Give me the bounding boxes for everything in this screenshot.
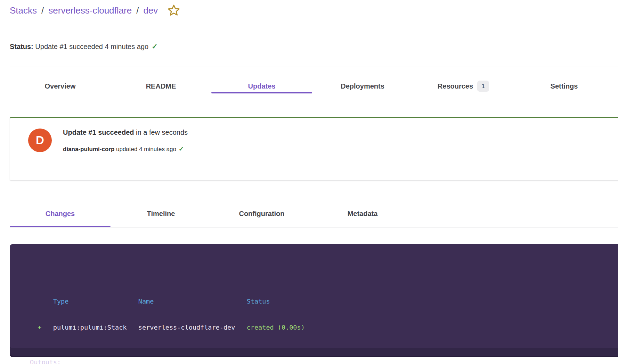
subtab-changes[interactable]: Changes [10,206,111,228]
star-icon [167,4,180,17]
tab-deployments[interactable]: Deployments [312,79,413,93]
update-title-duration: in a few seconds [134,129,188,136]
update-subtitle: diana-pulumi-corp updated 4 minutes ago✓ [63,145,184,153]
subtab-configuration[interactable]: Configuration [211,206,312,228]
breadcrumb-link-project[interactable]: serverless-cloudflare [48,3,132,17]
breadcrumb: Stacks / serverless-cloudflare / dev [10,3,180,17]
resource-status: created (0.00s) [247,324,305,331]
update-title-status: Update #1 succeeded [63,129,134,136]
tab-overview[interactable]: Overview [10,79,111,93]
tab-resources[interactable]: Resources 1 [413,79,514,93]
subtab-metadata[interactable]: Metadata [312,206,413,228]
breadcrumb-link-stack[interactable]: dev [143,3,158,17]
success-check-icon: ✓ [152,42,158,50]
update-title: Update #1 succeeded in a few seconds [63,129,188,136]
update-author: diana-pulumi-corp [63,146,114,152]
update-card[interactable]: D Update #1 succeeded in a few seconds d… [10,117,618,181]
diff-header-row: TypeNameStatus [30,297,611,306]
diff-col-status: Status [247,298,270,305]
divider [10,30,618,30]
tab-updates[interactable]: Updates [211,79,312,93]
tab-readme[interactable]: README [111,79,211,93]
resources-count-badge: 1 [477,81,489,92]
status-bar: Status: Update #1 succeeded 4 minutes ag… [10,42,158,51]
diff-col-name: Name [138,297,247,306]
status-text: Update #1 succeeded 4 minutes ago [33,43,148,50]
update-diff-terminal: TypeNameStatus +pulumi:pulumi:Stackserve… [10,244,618,357]
subtab-timeline[interactable]: Timeline [111,206,211,228]
subtab-bar-border [10,227,618,228]
pulumi-stack-page: { "breadcrumb": { "items": ["Stacks", "s… [0,0,618,364]
resource-type: pulumi:pulumi:Stack [53,323,138,332]
diff-col-type: Type [53,297,138,306]
tab-bar-border [10,93,618,93]
diff-op-created: + [30,323,53,332]
update-detail-tab-bar: Changes Timeline Configuration Metadata [10,206,413,228]
tab-settings[interactable]: Settings [514,79,615,93]
terminal-content: TypeNameStatus +pulumi:pulumi:Stackserve… [10,244,618,364]
main-tab-bar: Overview README Updates Deployments Reso… [10,79,615,93]
success-check-icon: ✓ [179,146,184,152]
favorite-star-button[interactable] [167,4,180,17]
breadcrumb-separator: / [136,3,139,17]
outputs-label: Outputs: [30,358,611,364]
divider [10,66,618,66]
breadcrumb-link-stacks[interactable]: Stacks [10,3,37,17]
resource-row: +pulumi:pulumi:Stackserverless-cloudflar… [30,323,611,332]
update-time: updated 4 minutes ago [114,146,176,152]
avatar: D [28,129,52,152]
resource-name: serverless-cloudflare-dev [138,323,247,332]
status-label: Status: [10,43,33,50]
breadcrumb-separator: / [41,3,44,17]
